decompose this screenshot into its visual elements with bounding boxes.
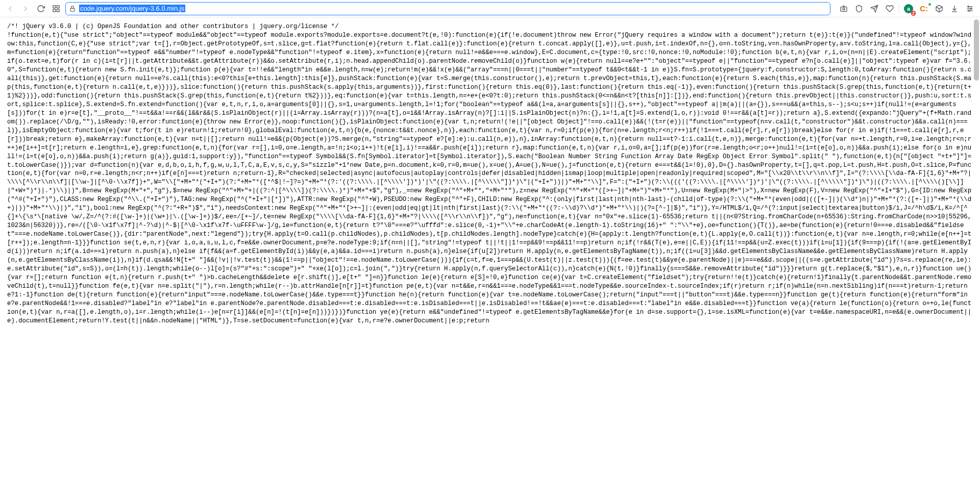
svg-rect-0	[53, 6, 56, 8]
svg-point-10	[968, 6, 969, 7]
send-button[interactable]	[868, 3, 880, 15]
url-text: code.jquery.com/jquery-3.6.0.min.js	[79, 5, 185, 12]
apps-button[interactable]	[50, 3, 62, 15]
favorite-button[interactable]	[884, 3, 896, 15]
svg-rect-2	[53, 9, 56, 12]
reload-button[interactable]	[35, 3, 47, 15]
extension-c[interactable]: C:	[918, 3, 930, 15]
scrollbar-thumb[interactable]	[974, 19, 979, 81]
download-button[interactable]	[948, 3, 961, 15]
address-bar[interactable]: code.jquery.com/jquery-3.6.0.min.js	[65, 2, 830, 15]
svg-rect-5	[841, 7, 847, 11]
svg-point-11	[970, 8, 972, 9]
source-code[interactable]: /*! jQuery v3.6.0 | (c) OpenJS Foundatio…	[0, 17, 980, 331]
lock-icon	[69, 5, 76, 12]
back-button[interactable]	[4, 3, 16, 15]
svg-rect-1	[57, 6, 59, 8]
screenshot-button[interactable]	[838, 3, 850, 15]
browser-toolbar: code.jquery.com/jquery-3.6.0.min.js a2 C…	[0, 0, 980, 17]
toolbar-right: a2 C:	[838, 3, 976, 15]
forward-button[interactable]	[19, 3, 32, 15]
shield-icon[interactable]	[853, 3, 865, 15]
cube-icon[interactable]	[933, 3, 945, 15]
scrollbar-track[interactable]	[974, 19, 979, 501]
status-dot	[928, 3, 931, 6]
settings-button[interactable]	[964, 3, 976, 15]
extension-a[interactable]: a2	[902, 3, 915, 15]
svg-rect-3	[57, 9, 59, 12]
separator	[899, 4, 899, 13]
svg-point-12	[968, 10, 970, 11]
page-content: /*! jQuery v3.6.0 | (c) OpenJS Foundatio…	[0, 17, 980, 503]
svg-rect-4	[70, 8, 75, 11]
svg-point-6	[843, 8, 845, 10]
